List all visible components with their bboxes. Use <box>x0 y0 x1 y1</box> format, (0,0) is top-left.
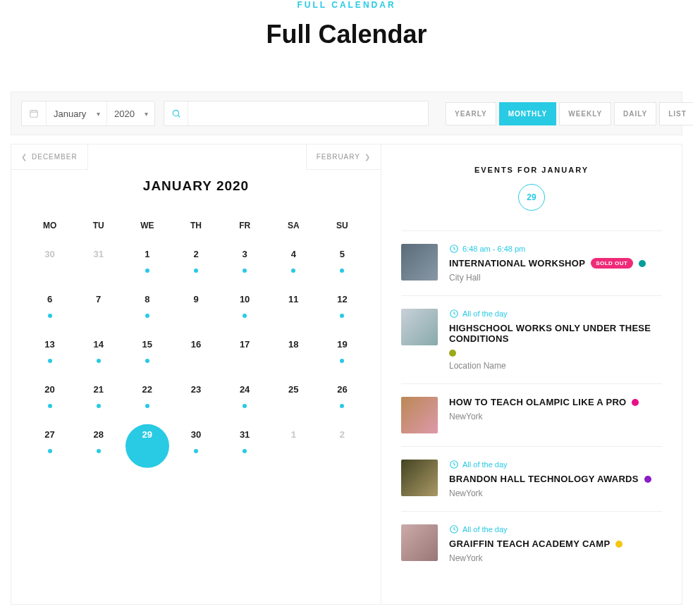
month-select[interactable]: January <box>47 101 106 125</box>
view-switcher: YEARLYMONTHLYWEEKLYDAILYLIST <box>446 102 693 125</box>
calendar-cell[interactable]: 27 <box>25 428 74 473</box>
day-number: 30 <box>44 249 54 259</box>
view-list[interactable]: LIST <box>659 102 693 125</box>
calendar-cell[interactable]: 30 <box>171 428 220 473</box>
calendar-cell[interactable]: 12 <box>318 292 367 338</box>
event-item[interactable]: 6:48 am - 6:48 pmINTERNATIONAL WORKSHOPS… <box>401 230 662 295</box>
page-title: Full Calendar <box>11 20 682 49</box>
event-dot <box>340 404 344 408</box>
calendar-cell[interactable]: 9 <box>171 292 220 338</box>
selected-day-badge: 29 <box>518 184 545 211</box>
calendar-cell[interactable]: 15 <box>123 338 171 383</box>
event-dot <box>243 314 247 318</box>
search-button[interactable] <box>164 101 188 125</box>
year-select[interactable]: 2020 <box>107 101 154 125</box>
event-dot <box>97 449 101 453</box>
view-weekly[interactable]: WEEKLY <box>559 102 611 125</box>
calendar-cell[interactable]: 11 <box>269 292 318 338</box>
events-title: EVENTS FOR JANUARY <box>401 166 662 174</box>
event-dot <box>243 404 247 408</box>
event-dot <box>48 359 52 363</box>
prev-month-button[interactable]: ❮ DECEMBER <box>11 144 88 170</box>
calendar-cell[interactable]: 30 <box>25 247 74 292</box>
day-number: 15 <box>142 339 152 350</box>
dow-header: FR <box>221 214 269 247</box>
events-header: EVENTS FOR JANUARY 29 <box>401 166 662 211</box>
chevron-left-icon: ❮ <box>21 153 27 161</box>
calendar-cell[interactable]: 1 <box>269 428 318 473</box>
calendar-cell[interactable]: 18 <box>269 338 318 383</box>
dow-header: TU <box>74 214 123 247</box>
calendar-cell[interactable]: 31 <box>221 428 269 473</box>
view-yearly[interactable]: YEARLY <box>446 102 496 125</box>
svg-point-1 <box>173 110 178 116</box>
category-dot <box>644 476 651 483</box>
calendar-cell[interactable]: 23 <box>171 383 220 428</box>
calendar-cell[interactable]: 3 <box>221 247 269 292</box>
view-monthly[interactable]: MONTHLY <box>499 102 557 125</box>
calendar-cell[interactable]: 16 <box>171 338 220 383</box>
event-dot <box>48 314 52 318</box>
event-dot <box>340 269 344 273</box>
eyebrow: FULL CALENDAR <box>11 0 682 10</box>
event-item[interactable]: HOW TO TEACH OLAMPIC LIKE A PRONewYork <box>401 383 662 446</box>
calendar-cell[interactable]: 2 <box>318 428 367 473</box>
search-input[interactable] <box>188 101 428 125</box>
calendar-cell[interactable]: 8 <box>123 292 171 338</box>
event-dot <box>145 404 149 408</box>
calendar-cell[interactable]: 6 <box>25 292 74 338</box>
next-month-button[interactable]: FEBRUARY ❯ <box>306 144 381 170</box>
day-number: 9 <box>193 294 198 304</box>
day-number: 24 <box>240 384 250 395</box>
event-item[interactable]: All of the dayGRAIFFIN TEACH ACADEMY CAM… <box>401 511 662 576</box>
dow-header: SA <box>269 214 318 247</box>
event-time: All of the day <box>449 460 662 469</box>
day-number: 31 <box>93 249 103 259</box>
prev-month-label: DECEMBER <box>32 153 78 161</box>
search-box <box>164 101 429 126</box>
calendar-cell[interactable]: 20 <box>25 383 74 428</box>
calendar-cell[interactable]: 1 <box>123 247 171 292</box>
calendar-cell[interactable]: 31 <box>74 247 123 292</box>
view-daily[interactable]: DAILY <box>614 102 656 125</box>
event-dot <box>194 449 198 453</box>
calendar-cell[interactable]: 7 <box>74 292 123 338</box>
day-number: 13 <box>44 339 54 350</box>
sold-out-badge: SOLD OUT <box>591 258 632 269</box>
event-location: NewYork <box>449 553 662 563</box>
day-number: 17 <box>240 339 250 350</box>
calendar-cell[interactable]: 14 <box>74 338 123 383</box>
day-number: 1 <box>145 249 149 259</box>
calendar-cell[interactable]: 29 <box>123 428 171 473</box>
event-name: BRANDON HALL TECHNOLOGY AWARDS <box>449 474 639 484</box>
event-name: INTERNATIONAL WORKSHOP <box>449 258 585 269</box>
event-item[interactable]: All of the dayBRANDON HALL TECHNOLOGY AW… <box>401 446 662 511</box>
day-number: 23 <box>191 384 201 395</box>
clock-icon <box>449 244 459 254</box>
calendar-cell[interactable]: 28 <box>74 428 123 473</box>
event-time: All of the day <box>449 524 662 534</box>
calendar-cell[interactable]: 2 <box>171 247 220 292</box>
calendar-cell[interactable]: 17 <box>221 338 269 383</box>
day-number: 10 <box>240 294 250 304</box>
calendar-cell[interactable]: 4 <box>269 247 318 292</box>
event-dot <box>145 269 149 273</box>
calendar-cell[interactable]: 24 <box>221 383 269 428</box>
event-thumbnail <box>401 524 438 561</box>
calendar-cell[interactable]: 13 <box>25 338 74 383</box>
calendar-cell[interactable]: 10 <box>221 292 269 338</box>
svg-rect-0 <box>30 111 38 117</box>
calendar-icon <box>22 109 46 118</box>
calendar-cell[interactable]: 26 <box>318 383 367 428</box>
event-dot <box>145 359 149 363</box>
category-dot <box>632 399 639 406</box>
day-number: 4 <box>291 249 296 259</box>
category-dot <box>615 541 623 548</box>
event-item[interactable]: All of the dayHIGHSCHOOL WORKS ONLY UNDE… <box>401 295 662 383</box>
calendar-cell[interactable]: 25 <box>269 383 318 428</box>
calendar-cell[interactable]: 19 <box>318 338 367 383</box>
calendar-cell[interactable]: 22 <box>123 383 171 428</box>
calendar-cell[interactable]: 21 <box>74 383 123 428</box>
calendar-cell[interactable]: 5 <box>318 247 367 292</box>
category-dot <box>449 350 456 357</box>
